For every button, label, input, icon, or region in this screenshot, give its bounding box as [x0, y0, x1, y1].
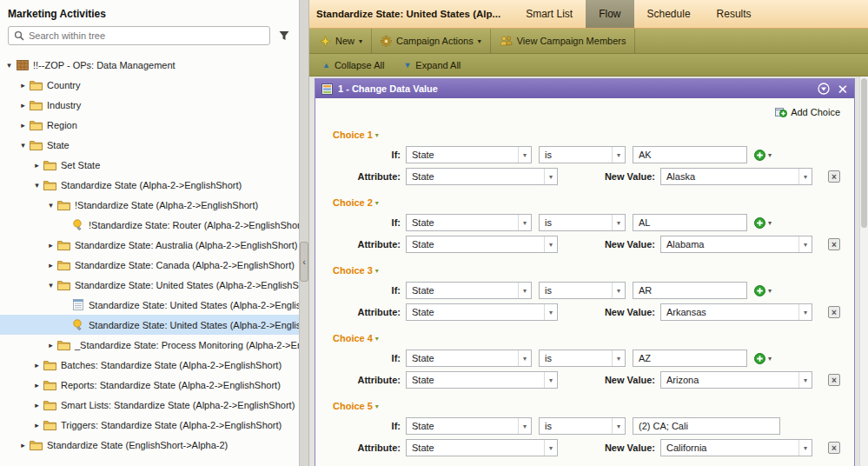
expand-tree-icon[interactable]: ▸ — [31, 161, 43, 170]
vertical-scrollbar[interactable] — [859, 77, 868, 466]
remove-step-button[interactable]: ✕ — [837, 83, 848, 96]
operator-select[interactable]: is▾ — [539, 282, 626, 299]
expand-tree-icon[interactable]: ▸ — [31, 401, 43, 409]
collapse-step-button[interactable] — [818, 83, 830, 95]
expand-tree-icon[interactable]: ▸ — [45, 241, 56, 250]
tree-item[interactable]: ▸Region — [0, 115, 299, 135]
collapse-panel-button[interactable]: ‹ — [300, 242, 308, 282]
tree-item[interactable]: ▸Smart Lists: Standardize State (Alpha-2… — [0, 395, 299, 415]
expand-tree-icon[interactable]: ▸ — [17, 121, 29, 130]
new-button[interactable]: New ▾ — [311, 29, 372, 53]
flow-step-header[interactable]: 1 - Change Data Value ✕ — [315, 79, 854, 98]
tree-item[interactable]: ▾State — [0, 135, 299, 155]
choice-header[interactable]: Choice 4▾ — [333, 333, 854, 343]
expand-tree-icon[interactable]: ▸ — [31, 421, 43, 429]
expand-tree-icon[interactable]: ▸ — [31, 381, 43, 389]
tree-item[interactable]: ▸Batches: Standardize State (Alpha-2->En… — [0, 355, 299, 375]
collapse-tree-icon[interactable]: ▾ — [45, 281, 56, 290]
tree-item[interactable]: ▸_Standardize State: Process Monitoring … — [0, 335, 299, 355]
choice-header[interactable]: Choice 5▾ — [333, 401, 854, 411]
if-field-select[interactable]: State▾ — [406, 350, 532, 367]
campaign-actions-button[interactable]: Campaign Actions ▾ — [372, 29, 491, 53]
expand-tree-icon[interactable]: ▸ — [45, 341, 56, 350]
collapse-tree-icon[interactable]: ▾ — [3, 61, 15, 70]
folder-icon — [29, 140, 43, 150]
expand-tree-icon[interactable]: ▸ — [17, 441, 29, 449]
add-value-button[interactable] — [754, 285, 765, 296]
add-value-button[interactable] — [754, 353, 765, 364]
attribute-select[interactable]: State▾ — [406, 439, 558, 456]
collapse-tree-icon[interactable]: ▾ — [31, 181, 43, 190]
attribute-select[interactable]: State▾ — [406, 168, 558, 185]
expand-tree-icon[interactable]: ▸ — [17, 81, 29, 90]
choice-label: Choice 1 — [333, 130, 373, 140]
scrollbar-thumb[interactable] — [861, 78, 867, 228]
collapse-tree-icon[interactable]: ▾ — [17, 141, 29, 150]
tab-smart-list[interactable]: Smart List — [513, 0, 586, 28]
tree-item[interactable]: Standardize State: United States (Alpha-… — [0, 295, 299, 315]
attribute-select[interactable]: State▾ — [406, 236, 558, 253]
if-field-select[interactable]: State▾ — [406, 146, 532, 163]
new-value-select[interactable]: Arkansas▾ — [660, 303, 812, 321]
operator-select[interactable]: is▾ — [539, 350, 626, 367]
view-campaign-members-button[interactable]: View Campaign Members — [491, 29, 636, 53]
attribute-select[interactable]: State▾ — [406, 303, 558, 321]
delete-choice-button[interactable]: × — [828, 374, 840, 386]
tree-item[interactable]: ▸Triggers: Standardize State (Alpha-2->E… — [0, 415, 299, 435]
operator-select[interactable]: is▾ — [539, 417, 626, 435]
tree-item[interactable]: ▾Standardize State (Alpha-2->EnglishShor… — [0, 175, 299, 195]
add-value-button[interactable] — [754, 150, 765, 161]
tree-item[interactable]: ▸Reports: Standardize State (Alpha-2->En… — [0, 375, 299, 395]
folder-icon — [43, 360, 57, 370]
expand-tree-icon[interactable]: ▸ — [45, 261, 56, 270]
value-input[interactable]: AK — [633, 146, 747, 163]
new-value-select[interactable]: Alabama▾ — [660, 236, 812, 253]
flow-canvas: 1 - Change Data Value ✕ — [309, 77, 868, 466]
operator-select[interactable]: is▾ — [539, 146, 626, 163]
tree-item[interactable]: ▸Industry — [0, 95, 299, 115]
delete-choice-button[interactable]: × — [828, 238, 840, 250]
expand-all-button[interactable]: ▼ Expand All — [394, 54, 470, 76]
tree-item[interactable]: ▸Standardize State (EnglishShort->Alpha-… — [0, 435, 299, 455]
tree-item[interactable]: ▸Standardize State: Canada (Alpha-2->Eng… — [0, 255, 299, 275]
delete-choice-button[interactable]: × — [828, 306, 840, 318]
new-value-select[interactable]: Alaska▾ — [660, 168, 812, 185]
add-choice-button[interactable]: Add Choice — [315, 98, 854, 117]
choice-header[interactable]: Choice 2▾ — [333, 197, 854, 208]
value-input[interactable]: (2) CA; Cali — [633, 417, 780, 435]
value-input[interactable]: AL — [633, 214, 747, 231]
attribute-select[interactable]: State▾ — [406, 371, 558, 389]
add-value-button[interactable] — [754, 217, 765, 229]
operator-select[interactable]: is▾ — [539, 214, 626, 231]
value-input[interactable]: AR — [633, 282, 747, 299]
search-input[interactable] — [29, 30, 264, 41]
delete-choice-button[interactable]: × — [828, 442, 840, 454]
dropdown-arrow-icon: ▾ — [612, 418, 625, 434]
tab-flow[interactable]: Flow — [586, 0, 633, 28]
collapse-all-button[interactable]: ▲ Collapse All — [313, 54, 394, 76]
tree-item[interactable]: ▸Country — [0, 75, 299, 95]
panel-splitter[interactable]: ‹ — [300, 0, 309, 466]
tree-item[interactable]: ▸Standardize State: Australia (Alpha-2->… — [0, 235, 299, 255]
expand-tree-icon[interactable]: ▸ — [17, 101, 29, 110]
filter-button[interactable] — [276, 29, 291, 43]
tree-item[interactable]: !Standardize State: Router (Alpha-2->Eng… — [0, 215, 299, 235]
new-value-select[interactable]: California▾ — [660, 439, 812, 456]
if-field-select[interactable]: State▾ — [406, 417, 532, 435]
tree-item[interactable]: ▾!!--ZOP - OPs: Data Management — [0, 55, 299, 75]
tree-item[interactable]: ▾!Standardize State (Alpha-2->EnglishSho… — [0, 195, 299, 215]
if-field-select[interactable]: State▾ — [406, 282, 532, 299]
choice-header[interactable]: Choice 1▾ — [333, 130, 854, 140]
tree-item[interactable]: ▸Set State — [0, 155, 299, 175]
tree-item[interactable]: Standardize State: United States (Alpha-… — [0, 315, 299, 335]
expand-tree-icon[interactable]: ▸ — [31, 361, 43, 369]
choice-header[interactable]: Choice 3▾ — [333, 265, 854, 276]
tab-schedule[interactable]: Schedule — [634, 0, 704, 28]
collapse-tree-icon[interactable]: ▾ — [45, 201, 56, 210]
tree-item[interactable]: ▾Standardize State: United States (Alpha… — [0, 275, 299, 295]
if-field-select[interactable]: State▾ — [406, 214, 532, 231]
new-value-select[interactable]: Arizona▾ — [660, 371, 812, 389]
value-input[interactable]: AZ — [633, 350, 747, 367]
delete-choice-button[interactable]: × — [828, 170, 840, 183]
tab-results[interactable]: Results — [704, 0, 765, 28]
